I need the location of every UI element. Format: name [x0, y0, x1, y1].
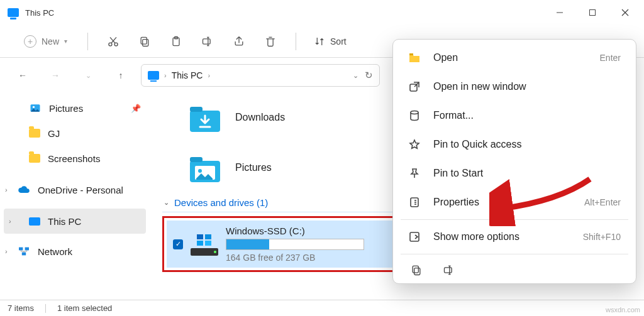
pictures-icon — [187, 152, 223, 183]
new-label: New — [42, 36, 59, 46]
sidebar-item-label: GJ — [48, 128, 60, 139]
svg-rect-32 — [409, 53, 413, 55]
refresh-button[interactable]: ↻ — [365, 70, 373, 81]
chevron-down-icon: ⌄ — [164, 199, 169, 207]
ctx-format[interactable]: Format... — [393, 101, 636, 130]
folder-icon — [29, 129, 40, 138]
folder-label: Downloads — [235, 112, 285, 123]
monitor-icon — [8, 8, 19, 17]
rename-button[interactable] — [194, 28, 221, 55]
chevron-right-icon[interactable]: › — [5, 186, 8, 193]
folder-icon — [29, 154, 40, 163]
network-icon — [18, 246, 30, 256]
close-button[interactable] — [609, 0, 641, 25]
chevron-right-icon[interactable]: › — [5, 248, 8, 255]
sidebar-item-label: Screenshots — [48, 153, 100, 164]
ctx-properties[interactable]: Properties Alt+Enter — [393, 188, 636, 217]
section-label: Devices and drives (1) — [174, 197, 268, 208]
recent-button[interactable]: ⌄ — [75, 63, 101, 88]
status-selected: 1 item selected — [57, 303, 112, 313]
plus-circle-icon: + — [24, 35, 36, 48]
svg-rect-12 — [203, 38, 211, 43]
format-icon — [408, 110, 421, 121]
svg-rect-46 — [445, 268, 452, 273]
ctx-label: Properties — [433, 197, 479, 208]
cloud-icon — [18, 185, 30, 195]
address-bar[interactable]: › This PC › ⌄ ↻ — [141, 64, 380, 87]
breadcrumb-root[interactable]: This PC — [172, 70, 203, 80]
sidebar-item-thispc[interactable]: › This PC — [4, 209, 146, 234]
back-button[interactable]: ← — [10, 63, 35, 88]
svg-rect-22 — [190, 107, 203, 112]
ctx-open-new-window[interactable]: Open in new window — [393, 72, 636, 101]
ctx-shortcut: Enter — [600, 53, 621, 63]
sidebar: Pictures 📌 GJ Screenshots › OneDrive - P… — [0, 93, 150, 300]
sidebar-item-label: This PC — [48, 216, 81, 227]
ctx-label: Format... — [433, 110, 474, 121]
paste-button[interactable] — [162, 28, 190, 55]
chevron-down-icon[interactable]: ⌄ — [353, 72, 358, 80]
ctx-pin-start[interactable]: Pin to Start — [393, 159, 636, 188]
sidebar-item-gj[interactable]: GJ — [0, 121, 150, 146]
window-title: This PC — [25, 8, 54, 18]
minimize-button[interactable] — [543, 0, 576, 25]
chevron-down-icon: ▾ — [64, 38, 67, 45]
pin-icon — [408, 168, 421, 179]
ctx-label: Pin to Quick access — [433, 139, 522, 150]
maximize-button[interactable] — [576, 0, 609, 25]
window-controls — [543, 0, 641, 25]
up-button[interactable]: ↑ — [108, 63, 133, 88]
chevron-right-icon: › — [164, 72, 167, 79]
ctx-icon-row — [393, 257, 636, 280]
ctx-label: Show more options — [433, 231, 519, 242]
annotation-highlight: ✓ Windows-SSD (C:) 164 GB free of 237 GB — [162, 216, 408, 272]
delete-button[interactable] — [257, 28, 284, 55]
svg-point-34 — [411, 111, 418, 114]
sidebar-item-label: Pictures — [49, 103, 83, 114]
copy-icon[interactable] — [408, 262, 425, 278]
drive-checkbox[interactable]: ✓ — [173, 239, 183, 249]
pictures-icon — [29, 102, 42, 114]
ctx-open[interactable]: Open Enter — [393, 43, 636, 72]
svg-rect-18 — [19, 248, 23, 251]
share-button[interactable] — [225, 28, 253, 55]
folder-open-icon — [408, 52, 421, 63]
svg-rect-29 — [205, 234, 211, 239]
svg-rect-20 — [22, 253, 26, 256]
svg-rect-1 — [590, 10, 596, 16]
sidebar-item-onedrive[interactable]: › OneDrive - Personal — [0, 177, 150, 202]
ctx-label: Open — [433, 52, 458, 63]
forward-button[interactable]: → — [43, 63, 68, 88]
statusbar: 7 items 1 item selected — [0, 300, 644, 316]
svg-rect-45 — [413, 266, 418, 273]
svg-point-5 — [114, 43, 118, 46]
monitor-icon — [29, 217, 40, 226]
ctx-shortcut: Alt+Enter — [584, 197, 621, 207]
pin-icon: 📌 — [131, 104, 141, 113]
sort-button[interactable]: Sort — [308, 32, 353, 51]
svg-point-27 — [198, 169, 202, 173]
svg-rect-44 — [414, 268, 420, 275]
sidebar-item-pictures[interactable]: Pictures 📌 — [0, 95, 150, 121]
sort-label: Sort — [330, 36, 347, 46]
new-button[interactable]: + New ▾ — [15, 31, 76, 52]
drive-item[interactable]: ✓ Windows-SSD (C:) 164 GB free of 237 GB — [167, 221, 403, 268]
svg-rect-8 — [143, 39, 148, 46]
drive-name: Windows-SSD (C:) — [226, 226, 397, 236]
cut-button[interactable] — [99, 28, 127, 55]
svg-rect-28 — [197, 234, 203, 239]
folder-label: Pictures — [235, 162, 272, 173]
ctx-more-options[interactable]: Show more options Shift+F10 — [393, 222, 636, 251]
drive-info: Windows-SSD (C:) 164 GB free of 237 GB — [226, 226, 397, 263]
watermark: wsxdn.com — [606, 306, 640, 313]
sidebar-item-screenshots[interactable]: Screenshots — [0, 146, 150, 171]
chevron-right-icon[interactable]: › — [9, 217, 11, 225]
drive-capacity-bar — [226, 239, 364, 250]
svg-rect-25 — [190, 157, 203, 162]
rename-icon[interactable] — [441, 262, 457, 278]
sidebar-item-network[interactable]: › Network — [0, 239, 150, 264]
svg-rect-31 — [205, 241, 211, 246]
copy-button[interactable] — [131, 28, 158, 55]
ctx-pin-quick[interactable]: Pin to Quick access — [393, 130, 636, 159]
svg-rect-9 — [141, 37, 147, 44]
